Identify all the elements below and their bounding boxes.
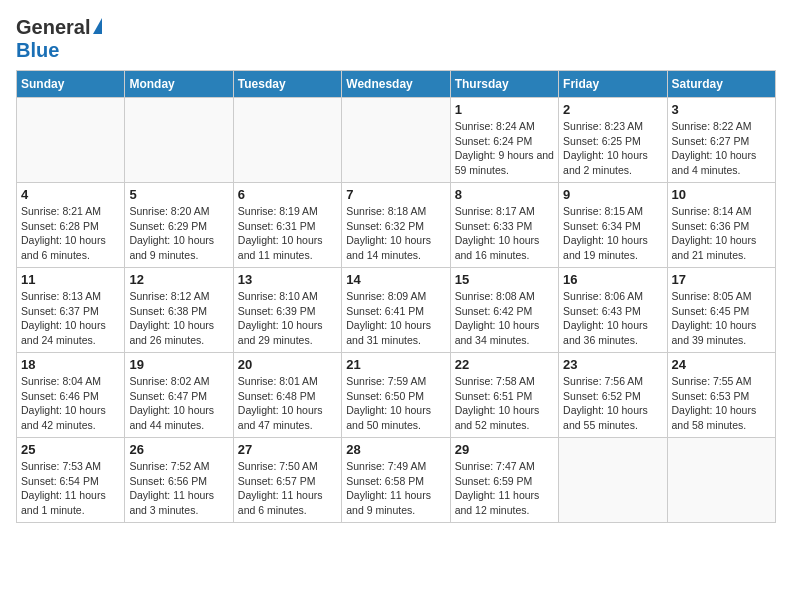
calendar-cell: 7Sunrise: 8:18 AMSunset: 6:32 PMDaylight… bbox=[342, 183, 450, 268]
weekday-header: Thursday bbox=[450, 71, 558, 98]
calendar-cell bbox=[125, 98, 233, 183]
weekday-header: Sunday bbox=[17, 71, 125, 98]
day-number: 1 bbox=[455, 102, 554, 117]
calendar-cell: 20Sunrise: 8:01 AMSunset: 6:48 PMDayligh… bbox=[233, 353, 341, 438]
day-number: 18 bbox=[21, 357, 120, 372]
day-info: Sunrise: 8:13 AMSunset: 6:37 PMDaylight:… bbox=[21, 289, 120, 348]
day-info: Sunrise: 7:53 AMSunset: 6:54 PMDaylight:… bbox=[21, 459, 120, 518]
day-number: 24 bbox=[672, 357, 771, 372]
calendar-cell: 22Sunrise: 7:58 AMSunset: 6:51 PMDayligh… bbox=[450, 353, 558, 438]
day-number: 14 bbox=[346, 272, 445, 287]
day-info: Sunrise: 8:20 AMSunset: 6:29 PMDaylight:… bbox=[129, 204, 228, 263]
calendar-cell: 23Sunrise: 7:56 AMSunset: 6:52 PMDayligh… bbox=[559, 353, 667, 438]
day-number: 11 bbox=[21, 272, 120, 287]
calendar-cell: 10Sunrise: 8:14 AMSunset: 6:36 PMDayligh… bbox=[667, 183, 775, 268]
day-info: Sunrise: 8:23 AMSunset: 6:25 PMDaylight:… bbox=[563, 119, 662, 178]
day-number: 21 bbox=[346, 357, 445, 372]
calendar-cell: 17Sunrise: 8:05 AMSunset: 6:45 PMDayligh… bbox=[667, 268, 775, 353]
day-info: Sunrise: 8:21 AMSunset: 6:28 PMDaylight:… bbox=[21, 204, 120, 263]
day-info: Sunrise: 7:56 AMSunset: 6:52 PMDaylight:… bbox=[563, 374, 662, 433]
day-info: Sunrise: 7:50 AMSunset: 6:57 PMDaylight:… bbox=[238, 459, 337, 518]
logo-triangle-icon bbox=[93, 18, 102, 34]
day-info: Sunrise: 8:18 AMSunset: 6:32 PMDaylight:… bbox=[346, 204, 445, 263]
day-info: Sunrise: 8:04 AMSunset: 6:46 PMDaylight:… bbox=[21, 374, 120, 433]
day-info: Sunrise: 7:59 AMSunset: 6:50 PMDaylight:… bbox=[346, 374, 445, 433]
calendar-cell: 1Sunrise: 8:24 AMSunset: 6:24 PMDaylight… bbox=[450, 98, 558, 183]
weekday-header: Wednesday bbox=[342, 71, 450, 98]
weekday-header: Saturday bbox=[667, 71, 775, 98]
calendar-week-row: 18Sunrise: 8:04 AMSunset: 6:46 PMDayligh… bbox=[17, 353, 776, 438]
day-number: 5 bbox=[129, 187, 228, 202]
day-number: 17 bbox=[672, 272, 771, 287]
day-info: Sunrise: 8:09 AMSunset: 6:41 PMDaylight:… bbox=[346, 289, 445, 348]
weekday-header-row: SundayMondayTuesdayWednesdayThursdayFrid… bbox=[17, 71, 776, 98]
day-info: Sunrise: 8:06 AMSunset: 6:43 PMDaylight:… bbox=[563, 289, 662, 348]
day-number: 9 bbox=[563, 187, 662, 202]
day-number: 6 bbox=[238, 187, 337, 202]
calendar-table: SundayMondayTuesdayWednesdayThursdayFrid… bbox=[16, 70, 776, 523]
day-number: 16 bbox=[563, 272, 662, 287]
logo-general: General bbox=[16, 16, 90, 39]
day-number: 15 bbox=[455, 272, 554, 287]
calendar-cell: 16Sunrise: 8:06 AMSunset: 6:43 PMDayligh… bbox=[559, 268, 667, 353]
day-info: Sunrise: 7:49 AMSunset: 6:58 PMDaylight:… bbox=[346, 459, 445, 518]
calendar-cell: 15Sunrise: 8:08 AMSunset: 6:42 PMDayligh… bbox=[450, 268, 558, 353]
calendar-cell: 3Sunrise: 8:22 AMSunset: 6:27 PMDaylight… bbox=[667, 98, 775, 183]
page-header: General Blue bbox=[16, 16, 776, 62]
day-number: 12 bbox=[129, 272, 228, 287]
calendar-cell: 24Sunrise: 7:55 AMSunset: 6:53 PMDayligh… bbox=[667, 353, 775, 438]
weekday-header: Tuesday bbox=[233, 71, 341, 98]
day-number: 23 bbox=[563, 357, 662, 372]
calendar-cell bbox=[17, 98, 125, 183]
day-number: 2 bbox=[563, 102, 662, 117]
day-info: Sunrise: 8:02 AMSunset: 6:47 PMDaylight:… bbox=[129, 374, 228, 433]
day-number: 25 bbox=[21, 442, 120, 457]
day-info: Sunrise: 8:08 AMSunset: 6:42 PMDaylight:… bbox=[455, 289, 554, 348]
calendar-cell: 4Sunrise: 8:21 AMSunset: 6:28 PMDaylight… bbox=[17, 183, 125, 268]
calendar-cell: 5Sunrise: 8:20 AMSunset: 6:29 PMDaylight… bbox=[125, 183, 233, 268]
day-info: Sunrise: 8:12 AMSunset: 6:38 PMDaylight:… bbox=[129, 289, 228, 348]
day-info: Sunrise: 8:17 AMSunset: 6:33 PMDaylight:… bbox=[455, 204, 554, 263]
day-number: 22 bbox=[455, 357, 554, 372]
calendar-cell: 28Sunrise: 7:49 AMSunset: 6:58 PMDayligh… bbox=[342, 438, 450, 523]
day-number: 28 bbox=[346, 442, 445, 457]
logo: General Blue bbox=[16, 16, 102, 62]
day-number: 29 bbox=[455, 442, 554, 457]
calendar-cell: 18Sunrise: 8:04 AMSunset: 6:46 PMDayligh… bbox=[17, 353, 125, 438]
day-info: Sunrise: 7:52 AMSunset: 6:56 PMDaylight:… bbox=[129, 459, 228, 518]
day-number: 8 bbox=[455, 187, 554, 202]
calendar-cell: 27Sunrise: 7:50 AMSunset: 6:57 PMDayligh… bbox=[233, 438, 341, 523]
day-number: 13 bbox=[238, 272, 337, 287]
calendar-cell: 12Sunrise: 8:12 AMSunset: 6:38 PMDayligh… bbox=[125, 268, 233, 353]
day-info: Sunrise: 7:47 AMSunset: 6:59 PMDaylight:… bbox=[455, 459, 554, 518]
day-info: Sunrise: 7:55 AMSunset: 6:53 PMDaylight:… bbox=[672, 374, 771, 433]
calendar-cell bbox=[233, 98, 341, 183]
day-number: 26 bbox=[129, 442, 228, 457]
day-number: 19 bbox=[129, 357, 228, 372]
calendar-cell: 25Sunrise: 7:53 AMSunset: 6:54 PMDayligh… bbox=[17, 438, 125, 523]
weekday-header: Friday bbox=[559, 71, 667, 98]
day-number: 7 bbox=[346, 187, 445, 202]
calendar-cell: 6Sunrise: 8:19 AMSunset: 6:31 PMDaylight… bbox=[233, 183, 341, 268]
calendar-week-row: 25Sunrise: 7:53 AMSunset: 6:54 PMDayligh… bbox=[17, 438, 776, 523]
day-info: Sunrise: 8:10 AMSunset: 6:39 PMDaylight:… bbox=[238, 289, 337, 348]
day-number: 3 bbox=[672, 102, 771, 117]
day-number: 10 bbox=[672, 187, 771, 202]
calendar-cell: 11Sunrise: 8:13 AMSunset: 6:37 PMDayligh… bbox=[17, 268, 125, 353]
day-number: 4 bbox=[21, 187, 120, 202]
day-info: Sunrise: 8:24 AMSunset: 6:24 PMDaylight:… bbox=[455, 119, 554, 178]
calendar-week-row: 1Sunrise: 8:24 AMSunset: 6:24 PMDaylight… bbox=[17, 98, 776, 183]
calendar-cell: 8Sunrise: 8:17 AMSunset: 6:33 PMDaylight… bbox=[450, 183, 558, 268]
day-info: Sunrise: 8:19 AMSunset: 6:31 PMDaylight:… bbox=[238, 204, 337, 263]
calendar-cell: 14Sunrise: 8:09 AMSunset: 6:41 PMDayligh… bbox=[342, 268, 450, 353]
calendar-week-row: 4Sunrise: 8:21 AMSunset: 6:28 PMDaylight… bbox=[17, 183, 776, 268]
calendar-cell: 9Sunrise: 8:15 AMSunset: 6:34 PMDaylight… bbox=[559, 183, 667, 268]
day-number: 20 bbox=[238, 357, 337, 372]
day-info: Sunrise: 8:05 AMSunset: 6:45 PMDaylight:… bbox=[672, 289, 771, 348]
day-info: Sunrise: 8:22 AMSunset: 6:27 PMDaylight:… bbox=[672, 119, 771, 178]
day-info: Sunrise: 7:58 AMSunset: 6:51 PMDaylight:… bbox=[455, 374, 554, 433]
calendar-cell: 29Sunrise: 7:47 AMSunset: 6:59 PMDayligh… bbox=[450, 438, 558, 523]
calendar-cell: 13Sunrise: 8:10 AMSunset: 6:39 PMDayligh… bbox=[233, 268, 341, 353]
day-info: Sunrise: 8:15 AMSunset: 6:34 PMDaylight:… bbox=[563, 204, 662, 263]
calendar-cell bbox=[342, 98, 450, 183]
